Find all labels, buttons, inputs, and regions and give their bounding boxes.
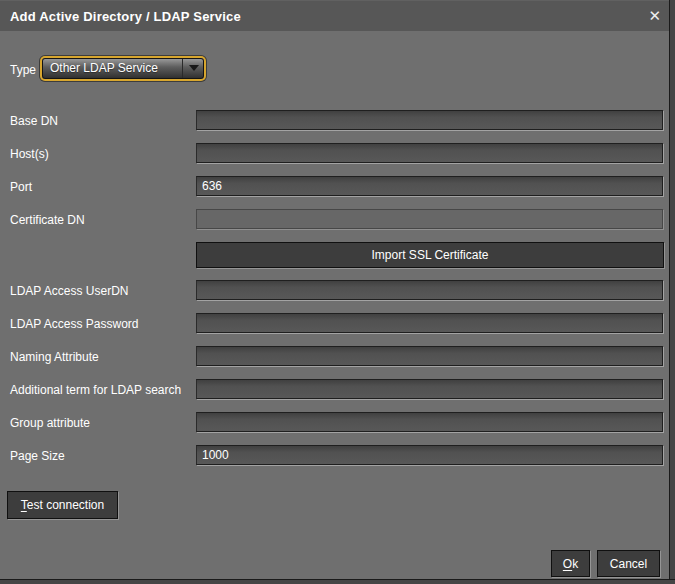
naming-attribute-input[interactable] <box>196 346 663 366</box>
additional-term-label: Additional term for LDAP search <box>10 383 181 397</box>
ok-button[interactable]: Ok <box>551 550 590 577</box>
dialog-title: Add Active Directory / LDAP Service <box>10 1 241 32</box>
group-attribute-label: Group attribute <box>10 416 90 430</box>
dialog-titlebar: Add Active Directory / LDAP Service ✕ <box>0 0 675 31</box>
page-size-input[interactable] <box>196 445 663 465</box>
base-dn-label: Base DN <box>10 114 58 128</box>
hosts-label: Host(s) <box>10 147 49 161</box>
test-connection-button[interactable]: Test connection <box>7 491 118 519</box>
chevron-down-icon <box>189 65 199 71</box>
page-size-label: Page Size <box>10 449 65 463</box>
ldap-access-password-input[interactable] <box>196 313 663 333</box>
hosts-input[interactable] <box>196 143 663 163</box>
type-dropdown[interactable]: Other LDAP Service <box>42 58 204 79</box>
ldap-access-userdn-label: LDAP Access UserDN <box>10 284 128 298</box>
port-input[interactable] <box>196 176 663 196</box>
ldap-access-userdn-input[interactable] <box>196 280 663 300</box>
group-attribute-input[interactable] <box>196 412 663 432</box>
certificate-dn-label: Certificate DN <box>10 213 85 227</box>
add-ldap-service-dialog: Add Active Directory / LDAP Service ✕ Ty… <box>0 0 675 584</box>
cancel-button[interactable]: Cancel <box>597 550 660 577</box>
additional-term-input[interactable] <box>196 379 663 399</box>
naming-attribute-label: Naming Attribute <box>10 350 99 364</box>
close-icon[interactable]: ✕ <box>648 1 661 31</box>
certificate-dn-input <box>196 209 663 229</box>
port-label: Port <box>10 180 32 194</box>
window-bottom-edge <box>0 579 675 584</box>
window-right-edge <box>669 0 675 584</box>
type-dropdown-arrow-button[interactable] <box>182 59 203 78</box>
type-dropdown-value: Other LDAP Service <box>50 59 158 78</box>
base-dn-input[interactable] <box>196 110 663 130</box>
ldap-access-password-label: LDAP Access Password <box>10 317 139 331</box>
type-label: Type <box>10 63 36 77</box>
import-ssl-certificate-button[interactable]: Import SSL Certificate <box>196 242 664 268</box>
